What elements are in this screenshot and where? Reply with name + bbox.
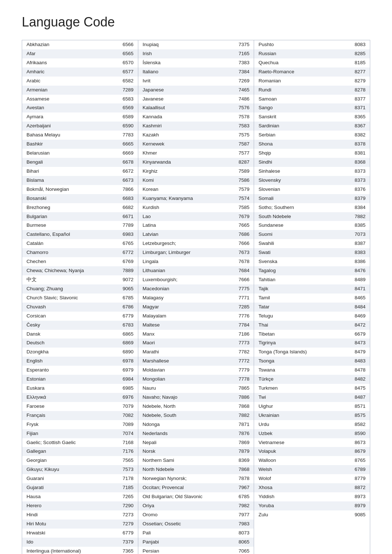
language-name: Nauru xyxy=(143,385,236,392)
language-name: Kashmiri xyxy=(143,122,236,130)
language-code: 7586 xyxy=(236,177,249,184)
table-row: Latina7665 xyxy=(138,221,254,230)
table-row: Moldavian7779 xyxy=(138,366,254,375)
table-row: Sanskrit8365 xyxy=(254,112,370,122)
language-code: 6985 xyxy=(120,385,134,392)
language-name: Kuanyama; Kwanyama xyxy=(143,195,236,202)
language-name: Ivrit xyxy=(143,77,236,85)
language-name: Tsonga xyxy=(258,357,352,365)
language-code: 7290 xyxy=(120,502,134,510)
language-code: 7869 xyxy=(236,439,249,447)
table-row: Georgian7565 xyxy=(22,456,138,465)
table-row: Norwegian Nynorsk;7878 xyxy=(138,474,254,483)
language-name: Sango xyxy=(258,104,352,112)
language-name: Ndonga xyxy=(143,421,236,428)
language-code: 7089 xyxy=(120,421,134,428)
language-name: Catalán xyxy=(26,240,120,247)
table-row: Shona8378 xyxy=(254,140,370,149)
table-row: Burmese7789 xyxy=(22,221,138,230)
language-name: Hausa xyxy=(26,493,120,501)
language-name: Bislama xyxy=(26,177,120,184)
table-row: Magyar7285 xyxy=(138,303,254,312)
table-row: Japanese7465 xyxy=(138,86,254,95)
language-name: Ελληνικά xyxy=(26,394,120,401)
language-code: 6566 xyxy=(120,41,134,49)
table-row: Amharic6577 xyxy=(22,67,138,77)
table-row: Afar6565 xyxy=(22,49,138,58)
table-row: Türkçe8482 xyxy=(254,375,370,384)
language-code: 6785 xyxy=(236,493,249,501)
language-name: Kinyarwanda xyxy=(143,159,236,166)
language-code: 8475 xyxy=(352,385,366,392)
table-row: Ivrit7269 xyxy=(138,77,254,86)
language-code: 7783 xyxy=(120,131,134,139)
table-row: Dansk6865 xyxy=(22,330,138,339)
table-row: Íslenska7383 xyxy=(138,58,254,67)
table-row: Avestan6569 xyxy=(22,103,138,112)
language-name: Guarani xyxy=(26,475,120,483)
table-row: Oriya7982 xyxy=(138,501,254,510)
table-row: Italiano7384 xyxy=(138,67,254,77)
table-row: Lithuanian7684 xyxy=(138,266,254,275)
language-name: Armenian xyxy=(26,86,120,94)
table-row: Gikuyu; Kikuyu7573 xyxy=(22,465,138,474)
language-code: 7779 xyxy=(236,366,249,374)
table-row: Tswana8478 xyxy=(254,366,370,375)
table-row: Church Slavic; Slavonic6785 xyxy=(22,294,138,303)
language-name: Oriya xyxy=(143,502,236,510)
column-3: Pushto8083Russian8285Quechua8185Raeto-Ro… xyxy=(254,40,370,554)
language-name: Navaho; Navajo xyxy=(143,394,236,401)
language-name: Shona xyxy=(258,140,352,148)
language-name: Afrikaans xyxy=(26,59,120,67)
table-row: Irish7165 xyxy=(138,49,254,58)
language-name: Amharic xyxy=(26,68,120,76)
language-code: 7375 xyxy=(236,41,249,49)
language-name: Bahasa Melayu xyxy=(26,131,120,139)
language-name: Kurdish xyxy=(143,204,236,212)
language-code: 8571 xyxy=(352,403,366,410)
language-code: 8469 xyxy=(352,312,366,320)
table-row: Gallegan7176 xyxy=(22,447,138,456)
language-code: 8383 xyxy=(352,249,366,257)
table-row: Slovensky8373 xyxy=(254,176,370,185)
table-row: Lingala7678 xyxy=(138,257,254,266)
language-code: 6785 xyxy=(120,294,134,302)
language-name: 中文 xyxy=(26,276,120,284)
language-code: 7686 xyxy=(236,231,249,238)
language-name: Chuvash xyxy=(26,303,120,311)
table-row: Sinhalese8373 xyxy=(254,167,370,176)
language-name: Macedonian xyxy=(143,285,236,293)
language-code: 8476 xyxy=(352,267,366,275)
table-row: Khmer7577 xyxy=(138,149,254,158)
language-name: Bokmål, Norwegian xyxy=(26,186,120,193)
table-row: Kannada7578 xyxy=(138,112,254,122)
table-row: Aymara6589 xyxy=(22,112,138,122)
table-row: Abkhazian6566 xyxy=(22,40,138,49)
language-code: 6779 xyxy=(120,312,134,320)
table-row: Yoruba8979 xyxy=(254,501,370,510)
language-code: 8473 xyxy=(352,339,366,347)
language-name: Telugu xyxy=(258,312,352,320)
language-name: Pushto xyxy=(258,41,352,49)
table-row: Twi8487 xyxy=(254,393,370,402)
table-row: Kashmiri7583 xyxy=(138,122,254,131)
language-table: Abkhazian6566Afar6565Afrikaans6570Amhari… xyxy=(22,40,370,554)
table-row: Walloon8765 xyxy=(254,456,370,465)
table-row: Estonian6984 xyxy=(22,375,138,384)
language-code: 6783 xyxy=(120,321,134,329)
language-code: 7678 xyxy=(236,258,249,266)
language-code: 6672 xyxy=(120,168,134,175)
language-code: 7079 xyxy=(120,403,134,410)
language-code: 8384 xyxy=(352,204,366,212)
table-row: Panjabi8065 xyxy=(138,538,254,547)
language-name: Sinhalese xyxy=(258,168,352,175)
table-row: Nauru7865 xyxy=(138,384,254,393)
language-code: 6979 xyxy=(120,366,134,374)
language-name: Brezhoneg xyxy=(26,204,120,212)
table-row: Fijian7074 xyxy=(22,429,138,438)
table-row: Dzongkha6890 xyxy=(22,348,138,357)
language-code: 6583 xyxy=(120,95,134,103)
language-name: Russian xyxy=(258,50,352,58)
table-row: Javanese7486 xyxy=(138,95,254,104)
language-name: Bulgarian xyxy=(26,213,120,221)
